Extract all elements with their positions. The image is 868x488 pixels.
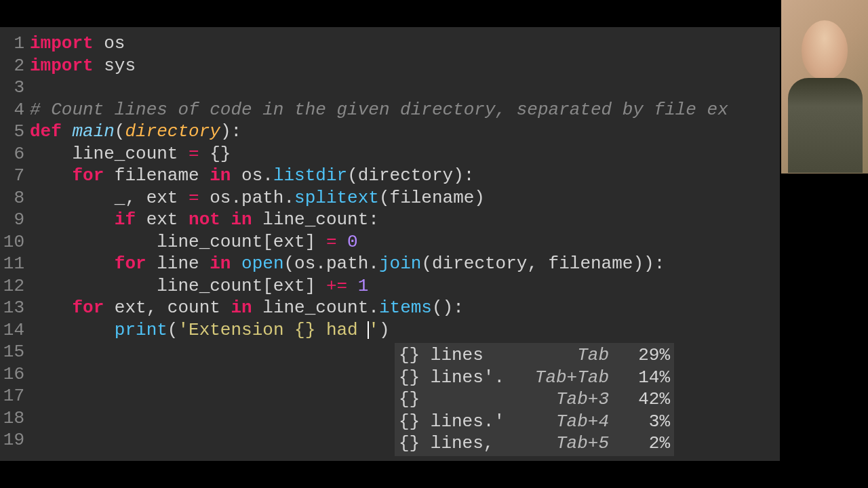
completion-item[interactable]: {} lines'.Tab+Tab14%	[399, 367, 670, 389]
line-number: 9	[0, 209, 24, 231]
code-line[interactable]: import sys	[30, 55, 780, 77]
completion-keybind: Tab+4	[534, 411, 623, 433]
code-line[interactable]: line_count = {}	[30, 143, 780, 165]
line-number: 1	[0, 33, 24, 55]
autocomplete-popup[interactable]: {} linesTab29%{} lines'.Tab+Tab14%{}Tab+…	[395, 343, 674, 456]
completion-probability: 3%	[623, 411, 670, 433]
code-line[interactable]: import os	[30, 33, 780, 55]
line-number: 12	[0, 275, 24, 298]
line-number: 18	[0, 407, 24, 430]
line-number: 7	[0, 165, 24, 187]
code-line[interactable]: def main(directory):	[30, 121, 780, 143]
completion-item[interactable]: {}Tab+342%	[399, 388, 670, 411]
code-line[interactable]	[30, 77, 780, 99]
completion-probability: 29%	[623, 344, 670, 367]
line-number: 6	[0, 143, 24, 165]
code-line[interactable]: line_count[ext] += 1	[30, 275, 780, 298]
line-number: 2	[0, 55, 24, 77]
completion-text: {}	[399, 388, 534, 411]
line-number-gutter: 12345678910111213141516171819	[0, 27, 30, 461]
completion-probability: 14%	[623, 367, 670, 389]
code-line[interactable]: if ext not in line_count:	[30, 209, 780, 231]
completion-item[interactable]: {} linesTab29%	[399, 344, 670, 367]
code-line[interactable]: line_count[ext] = 0	[30, 231, 780, 253]
line-number: 4	[0, 99, 24, 121]
webcam-overlay	[781, 0, 868, 174]
line-number: 11	[0, 253, 24, 275]
line-number: 13	[0, 297, 24, 319]
code-line[interactable]: for line in open(os.path.join(directory,…	[30, 253, 780, 275]
code-line[interactable]: for filename in os.listdir(directory):	[30, 165, 780, 187]
line-number: 10	[0, 231, 24, 253]
code-line[interactable]: for ext, count in line_count.items():	[30, 297, 780, 319]
completion-keybind: Tab	[534, 344, 623, 367]
completion-text: {} lines	[399, 344, 534, 367]
completion-keybind: Tab+Tab	[534, 367, 623, 389]
line-number: 3	[0, 77, 24, 99]
line-number: 14	[0, 319, 24, 342]
line-number: 15	[0, 341, 24, 363]
completion-item[interactable]: {} lines.'Tab+43%	[399, 411, 670, 433]
completion-text: {} lines,	[399, 432, 534, 455]
completion-item[interactable]: {} lines,Tab+52%	[399, 432, 670, 455]
line-number: 16	[0, 363, 24, 386]
line-number: 17	[0, 385, 24, 407]
completion-keybind: Tab+5	[534, 432, 623, 455]
line-number: 5	[0, 121, 24, 143]
completion-text: {} lines'.	[399, 367, 534, 389]
completion-keybind: Tab+3	[534, 388, 623, 411]
line-number: 19	[0, 429, 24, 451]
completion-text: {} lines.'	[399, 411, 534, 433]
code-line[interactable]: _, ext = os.path.splitext(filename)	[30, 187, 780, 209]
completion-probability: 2%	[623, 432, 670, 455]
line-number: 8	[0, 187, 24, 209]
code-line[interactable]: # Count lines of code in the given direc…	[30, 99, 780, 121]
completion-probability: 42%	[623, 388, 670, 411]
code-line[interactable]: print('Extension {} had ')	[30, 319, 780, 342]
